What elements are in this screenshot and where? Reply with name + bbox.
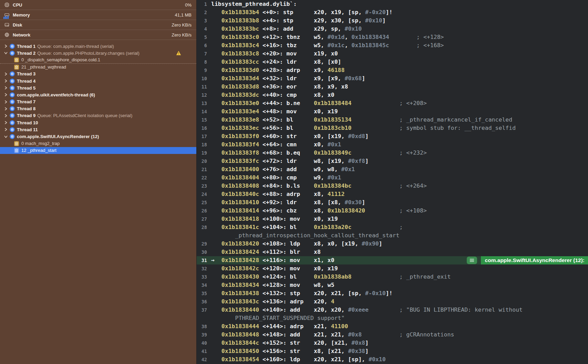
line-number[interactable]: 4	[197, 26, 207, 32]
line-number[interactable]: 34	[197, 282, 207, 288]
line-number[interactable]: 33	[197, 274, 207, 280]
asm-line[interactable]: 36 0x1b183843c <+136>: adrp x20, 4	[197, 298, 588, 306]
asm-line[interactable]: 29 0x1b1838420 <+108>: ldp x8, x0, [x19,…	[197, 240, 588, 248]
thread-row[interactable]: Thread 2Queue: com.apple.PHPhotoLibrary.…	[0, 50, 196, 56]
asm-line[interactable]: 26 0x1b1838414 <+96>: cbz x8, 0x1b183842…	[197, 207, 588, 215]
stack-frame-row[interactable]: 0 _dispatch_semaphore_dispose.cold.1	[0, 56, 196, 63]
thread-row[interactable]: Thread 11	[0, 126, 196, 133]
line-number[interactable]: 23	[197, 183, 207, 189]
thread-row[interactable]: Thread 1Queue: com.apple.main-thread (se…	[0, 43, 196, 50]
asm-line-current[interactable]: 31→ 0x1b1838428 <+116>: mov x1, x0com.ap…	[197, 256, 588, 264]
gauge-disk[interactable]: DiskZero KB/s	[0, 20, 196, 30]
line-number[interactable]: 17	[197, 134, 207, 139]
line-number[interactable]: 19	[197, 150, 207, 156]
line-number[interactable]: 30	[197, 249, 207, 255]
asm-line[interactable]: 41 0x1b1838450 <+156>: str x8, [x21, #0x…	[197, 347, 588, 355]
thread-row[interactable]: Thread 10	[0, 119, 196, 126]
asm-line[interactable]: 20 0x1b18383fc <+72>: ldr w8, [x19, #0xf…	[197, 157, 588, 165]
chevron-right-icon[interactable]	[4, 79, 9, 83]
chevron-right-icon[interactable]	[4, 44, 9, 48]
asm-line[interactable]: 19 0x1b18383f8 <+68>: b.eq 0x1b183849c ;…	[197, 149, 588, 157]
asm-line[interactable]: 17 0x1b18383f0 <+60>: str x0, [x19, #0xd…	[197, 132, 588, 141]
asm-line[interactable]: PTHREAD_START_SUSPENDED support"	[197, 314, 588, 322]
asm-line[interactable]: 5 0x1b18383c0 <+12>: tbnz w5, #0x1d, 0x1…	[197, 33, 588, 41]
asm-line[interactable]: 8 0x1b18383cc <+24>: ldr x8, [x0]	[197, 58, 588, 66]
line-number[interactable]: 20	[197, 158, 207, 164]
line-number[interactable]: 10	[197, 76, 207, 81]
line-number[interactable]: 29	[197, 241, 207, 247]
chevron-right-icon[interactable]	[4, 128, 9, 131]
badge-menu-icon[interactable]	[467, 257, 477, 264]
line-number[interactable]: 9	[197, 67, 207, 73]
asm-line[interactable]: 32 0x1b183842c <+120>: mov x0, x19	[197, 264, 588, 273]
line-number[interactable]: 25	[197, 200, 207, 205]
asm-line[interactable]: 16 0x1b18383ec <+56>: bl 0x1b183cb10 ; s…	[197, 124, 588, 132]
asm-line[interactable]: 2 0x1b18383b4 <+0>: stp x20, x19, [sp, #…	[197, 8, 588, 17]
asm-line[interactable]: 9 0x1b18383d0 <+28>: adrp x9, 46188	[197, 66, 588, 74]
asm-line[interactable]: 38 0x1b1838444 <+144>: adrp x21, 41100	[197, 322, 588, 331]
line-number[interactable]: 39	[197, 332, 207, 337]
asm-line[interactable]: 28 0x1b183841c <+104>: bl 0x1b183a20c ;	[197, 223, 588, 231]
gauge-network[interactable]: NetworkZero KB/s	[0, 30, 196, 40]
thread-row[interactable]: Thread 3	[0, 71, 196, 77]
line-number[interactable]: 7	[197, 51, 207, 56]
asm-line[interactable]: 13 0x1b18383e0 <+44>: b.ne 0x1b1838484 ;…	[197, 99, 588, 107]
asm-line[interactable]: _pthread_introspection_hook_callout_thre…	[197, 231, 588, 240]
asm-line[interactable]: 18 0x1b18383f4 <+64>: cmn x0, #0x1	[197, 141, 588, 149]
asm-line[interactable]: 11 0x1b18383d8 <+36>: eor x8, x9, x8	[197, 83, 588, 91]
stack-frame-row[interactable]: 12 _pthread_start	[0, 147, 196, 154]
chevron-right-icon[interactable]	[4, 121, 9, 124]
line-number[interactable]: 14	[197, 109, 207, 114]
gauge-memory[interactable]: Memory41,1 MB	[0, 10, 196, 20]
asm-line[interactable]: 1libsystem_pthread.dylib`:	[197, 0, 588, 8]
asm-line[interactable]: 35 0x1b1838438 <+132>: stp x20, x21, [sp…	[197, 289, 588, 298]
line-number[interactable]: 18	[197, 142, 207, 147]
asm-line[interactable]: 7 0x1b18383c8 <+20>: mov x19, x0	[197, 50, 588, 58]
asm-line[interactable]: 25 0x1b1838410 <+92>: ldr x8, [x8, #0x30…	[197, 198, 588, 207]
chevron-right-icon[interactable]	[4, 86, 9, 90]
stack-frame-row[interactable]: 0 mach_msg2_trap	[0, 140, 196, 147]
line-number[interactable]: 1	[197, 1, 207, 7]
asm-line[interactable]: 39 0x1b1838448 <+148>: add x21, x21, #0x…	[197, 331, 588, 339]
line-number[interactable]: 5	[197, 34, 207, 40]
line-number[interactable]: 3	[197, 18, 207, 23]
chevron-down-icon[interactable]	[4, 51, 9, 55]
line-number[interactable]: 31	[197, 258, 207, 263]
asm-line[interactable]: 37 0x1b1838440 <+140>: add x20, x20, #0x…	[197, 306, 588, 314]
thread-row[interactable]: Thread 4	[0, 77, 196, 84]
asm-line[interactable]: 42 0x1b1838454 <+160>: ldp x20, x21, [sp…	[197, 355, 588, 364]
line-number[interactable]: 38	[197, 324, 207, 329]
line-number[interactable]: 13	[197, 101, 207, 106]
chevron-right-icon[interactable]	[4, 114, 9, 117]
line-number[interactable]: 37	[197, 307, 207, 313]
line-number[interactable]: 41	[197, 349, 207, 354]
asm-line[interactable]: 24 0x1b183840c <+88>: adrp x8, 41112	[197, 190, 588, 198]
thread-row[interactable]: Thread 7	[0, 98, 196, 105]
line-number[interactable]: 21	[197, 167, 207, 172]
line-number[interactable]: 8	[197, 59, 207, 65]
chevron-right-icon[interactable]	[4, 72, 9, 76]
thread-row[interactable]: com.apple.uikit.eventfetch-thread (6)	[0, 91, 196, 98]
asm-line[interactable]: 40 0x1b183844c <+152>: str x20, [x21, #0…	[197, 339, 588, 347]
line-number[interactable]: 11	[197, 84, 207, 90]
chevron-right-icon[interactable]	[4, 100, 9, 104]
thread-row[interactable]: Thread 8	[0, 105, 196, 112]
line-number[interactable]: 27	[197, 216, 207, 222]
line-number[interactable]: 28	[197, 225, 207, 230]
stack-frame-row[interactable]: 21 _pthread_wqthread	[0, 64, 196, 71]
line-number[interactable]: 22	[197, 175, 207, 180]
chevron-right-icon[interactable]	[4, 93, 9, 96]
line-number[interactable]: 15	[197, 117, 207, 123]
line-number[interactable]: 42	[197, 357, 207, 362]
gauge-cpu[interactable]: CPU0%	[0, 0, 196, 10]
asm-line[interactable]: 10 0x1b18383d4 <+32>: ldr x9, [x9, #0x68…	[197, 74, 588, 83]
line-number[interactable]: 32	[197, 266, 207, 271]
line-number[interactable]: 26	[197, 208, 207, 214]
line-number[interactable]: 12	[197, 92, 207, 98]
asm-line[interactable]: 4 0x1b18383bc <+8>: add x29, sp, #0x10	[197, 25, 588, 33]
line-number[interactable]: 36	[197, 299, 207, 304]
asm-line[interactable]: 6 0x1b18383c4 <+16>: tbz w5, #0x1c, 0x1b…	[197, 41, 588, 50]
chevron-right-icon[interactable]	[4, 107, 9, 111]
asm-line[interactable]: 15 0x1b18383e8 <+52>: bl 0x1b1835134 ; _…	[197, 116, 588, 124]
asm-line[interactable]: 33 0x1b1838430 <+124>: bl 0x1b1838ab8 ; …	[197, 273, 588, 281]
